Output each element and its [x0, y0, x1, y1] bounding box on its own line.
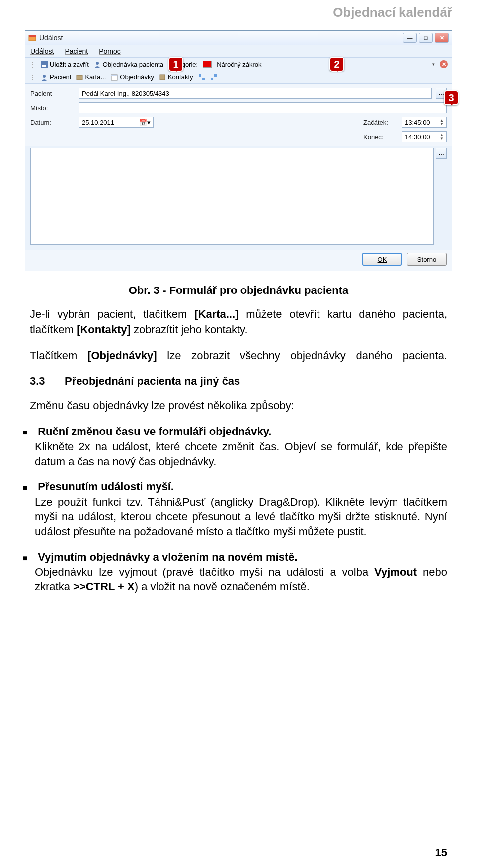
- form-body: Pacient Pedál Karel Ing., 820305/4343 … …: [25, 84, 452, 146]
- toolbar-1: ⋮ Uložit a zavřít Objednávka pacienta Ka…: [25, 58, 452, 71]
- patient-order-label: Objednávka pacienta: [103, 61, 163, 68]
- patient-button[interactable]: Pacient: [41, 73, 71, 81]
- menu-udalost[interactable]: Událost: [30, 47, 54, 55]
- svg-rect-3: [42, 65, 46, 67]
- svg-rect-8: [111, 75, 117, 76]
- save-close-label: Uložit a zavřít: [50, 61, 89, 68]
- delete-button[interactable]: ✕: [440, 60, 448, 68]
- callout-2: 2: [329, 57, 344, 72]
- figure-caption: Obr. 3 - Formulář pro objednávku pacient…: [30, 283, 447, 298]
- end-label: Konec:: [363, 133, 398, 141]
- link-icon[interactable]: [198, 74, 205, 81]
- page-header: Objednací kalendář: [25, 0, 452, 30]
- menu-pacient[interactable]: Pacient: [65, 47, 88, 55]
- callout-3: 3: [444, 90, 459, 105]
- paragraph-1: Je-li vybrán pacient, tlačítkem [Karta..…: [30, 307, 447, 337]
- svg-rect-10: [199, 74, 201, 77]
- svg-rect-12: [211, 78, 213, 80]
- svg-rect-11: [202, 78, 205, 80]
- note-browse-button[interactable]: …: [436, 148, 447, 159]
- svg-rect-13: [214, 74, 217, 77]
- page-number: 15: [435, 846, 447, 859]
- svg-rect-6: [77, 75, 82, 80]
- cancel-button[interactable]: Storno: [407, 253, 447, 266]
- menubar: Událost Pacient Pomoc: [25, 45, 452, 58]
- patient-label: Pacient: [30, 90, 75, 97]
- start-label: Začátek:: [363, 119, 398, 126]
- place-label: Místo:: [30, 104, 75, 112]
- minimize-button[interactable]: —: [403, 33, 417, 43]
- save-icon: [41, 61, 48, 68]
- person-icon: [41, 74, 48, 81]
- event-window: Událost — □ ✕ Událost Pacient Pomoc ⋮ Ul…: [25, 30, 452, 271]
- list-item: Vyjmutím objednávky a vložením na novém …: [35, 550, 447, 595]
- contacts-button[interactable]: Kontakty: [159, 73, 193, 81]
- end-time-value: 14:30:00: [405, 133, 430, 141]
- menu-pomoc[interactable]: Pomoc: [99, 47, 121, 55]
- contacts-label: Kontakty: [168, 73, 193, 81]
- callout-1: 1: [168, 57, 183, 72]
- chevron-down-icon[interactable]: ▾: [432, 62, 435, 67]
- titlebar: Událost — □ ✕: [25, 31, 452, 45]
- date-value: 25.10.2011: [82, 119, 114, 126]
- spinner-icon[interactable]: ▲▼: [440, 119, 444, 126]
- paragraph-3: Změnu času objednávky lze provést několi…: [30, 398, 447, 413]
- calendar-icon: [111, 74, 118, 81]
- paragraph-2: Tlačítkem [Objednávky] lze zobrazit všec…: [30, 348, 447, 363]
- heading-3-3: 3.3 Přeobjednání pacienta na jiný čas: [30, 374, 447, 389]
- end-time-field[interactable]: 14:30:00 ▲▼: [402, 131, 447, 142]
- svg-rect-1: [29, 35, 36, 37]
- category-dropdown[interactable]: Náročný zákrok: [217, 61, 261, 68]
- maximize-button[interactable]: □: [419, 33, 433, 43]
- place-field[interactable]: [79, 102, 447, 113]
- note-textarea[interactable]: [30, 148, 434, 245]
- list-item: Ruční změnou času ve formuláři objednávk…: [35, 424, 447, 469]
- toolbar-2: ⋮ Pacient Karta... Objednávky Kontakty: [25, 71, 452, 84]
- contacts-icon: [159, 74, 166, 81]
- orders-label: Objednávky: [120, 73, 154, 81]
- svg-rect-9: [160, 75, 165, 80]
- event-icon: [28, 34, 36, 42]
- start-time-value: 13:45:00: [405, 119, 430, 126]
- category-color-swatch[interactable]: [203, 61, 212, 68]
- start-time-field[interactable]: 13:45:00 ▲▼: [402, 117, 447, 128]
- method-list: Ruční změnou času ve formuláři objednávk…: [35, 424, 447, 595]
- spinner-icon[interactable]: ▲▼: [440, 133, 444, 140]
- list-item: Přesunutím události myší. Lze použít fun…: [35, 479, 447, 539]
- card-label: Karta...: [85, 73, 106, 81]
- date-label: Datum:: [30, 119, 75, 126]
- patient-field[interactable]: Pedál Karel Ing., 820305/4343: [79, 88, 432, 99]
- patient-label: Pacient: [50, 73, 71, 81]
- svg-point-5: [43, 75, 46, 78]
- card-icon: [76, 74, 83, 81]
- orders-button[interactable]: Objednávky: [111, 73, 154, 81]
- svg-point-4: [96, 62, 99, 65]
- calendar-picker-icon[interactable]: 📅▾: [139, 119, 151, 126]
- window-title: Událost: [39, 34, 63, 42]
- card-button[interactable]: Karta...: [76, 73, 106, 81]
- category-value: Náročný zákrok: [217, 61, 261, 68]
- date-field[interactable]: 25.10.2011 📅▾: [79, 117, 154, 128]
- doc-content: Obr. 3 - Formulář pro objednávku pacient…: [25, 271, 452, 595]
- ok-button[interactable]: OK: [362, 253, 402, 266]
- patient-order-button[interactable]: Objednávka pacienta: [94, 61, 163, 68]
- save-close-button[interactable]: Uložit a zavřít: [41, 61, 89, 68]
- person-icon: [94, 61, 101, 68]
- link2-icon[interactable]: [210, 74, 217, 81]
- close-button[interactable]: ✕: [435, 33, 449, 43]
